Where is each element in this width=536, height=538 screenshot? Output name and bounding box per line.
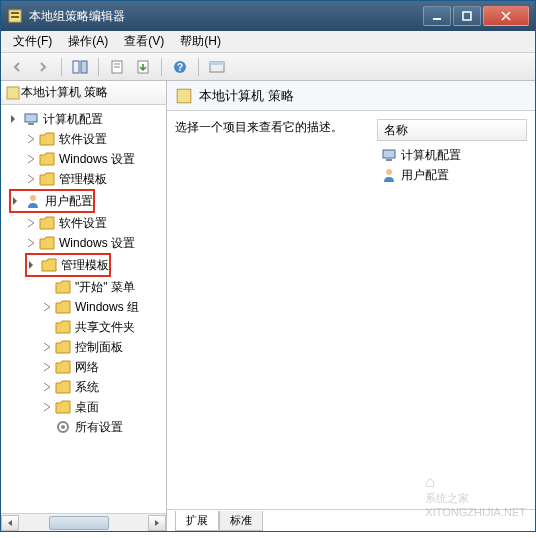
help-button[interactable]: ? [168, 56, 192, 78]
tree-node-software-settings[interactable]: 软件设置 [1, 129, 166, 149]
menu-help[interactable]: 帮助(H) [172, 31, 229, 52]
tree-node-desktop[interactable]: 桌面 [1, 397, 166, 417]
titlebar[interactable]: 本地组策略编辑器 [1, 1, 535, 31]
tab-extended[interactable]: 扩展 [175, 511, 219, 531]
tree-node-control-panel[interactable]: 控制面板 [1, 337, 166, 357]
separator [161, 58, 162, 76]
svg-rect-24 [383, 150, 395, 158]
list-item-computer-config[interactable]: 计算机配置 [377, 145, 527, 165]
tree-node-user-config[interactable]: 用户配置 [11, 191, 93, 211]
tree-node-all-settings[interactable]: 所有设置 [1, 417, 166, 437]
tree-node-shared-folders[interactable]: 共享文件夹 [1, 317, 166, 337]
tree-node-computer-config[interactable]: 计算机配置 [1, 109, 166, 129]
properties-button[interactable] [105, 56, 129, 78]
forward-button[interactable] [31, 56, 55, 78]
tree-label: 共享文件夹 [75, 319, 135, 336]
list-item-user-config[interactable]: 用户配置 [377, 165, 527, 185]
tree-node-system[interactable]: 系统 [1, 377, 166, 397]
tree-node-windows-components[interactable]: Windows 组 [1, 297, 166, 317]
svg-rect-25 [386, 159, 392, 161]
svg-rect-18 [25, 114, 37, 122]
export-button[interactable] [131, 56, 155, 78]
tree-root-label: 本地计算机 策略 [21, 84, 108, 101]
policy-icon [5, 85, 21, 101]
expander-icon[interactable] [41, 301, 53, 313]
expander-icon[interactable] [9, 113, 21, 125]
tree-label: Windows 组 [75, 299, 139, 316]
policy-icon [175, 87, 193, 105]
tree-label: 网络 [75, 359, 99, 376]
tree-node-start-menu[interactable]: "开始" 菜单 [1, 277, 166, 297]
close-button[interactable] [483, 6, 529, 26]
filter-button[interactable] [205, 56, 229, 78]
scroll-track[interactable] [19, 515, 148, 531]
tree-body[interactable]: 计算机配置 软件设置 Windows 设置 管理模板 [1, 105, 166, 513]
tree-label: 系统 [75, 379, 99, 396]
highlight-user-config: 用户配置 [9, 189, 95, 213]
svg-rect-16 [210, 62, 224, 65]
folder-icon [39, 132, 55, 146]
tree-label: 软件设置 [59, 131, 107, 148]
tree-label: 管理模板 [61, 257, 109, 274]
expander-icon[interactable] [41, 361, 53, 373]
folder-icon [39, 236, 55, 250]
window-title: 本地组策略编辑器 [29, 8, 423, 25]
svg-point-20 [30, 195, 36, 201]
tree-node-software-settings-2[interactable]: 软件设置 [1, 213, 166, 233]
folder-icon [55, 360, 71, 374]
settings-icon [55, 419, 71, 435]
svg-rect-1 [11, 12, 19, 14]
expander-icon[interactable] [41, 381, 53, 393]
tree-node-admin-templates-2[interactable]: 管理模板 [27, 255, 109, 275]
detail-header: 本地计算机 策略 [167, 81, 535, 111]
maximize-button[interactable] [453, 6, 481, 26]
tree-node-windows-settings[interactable]: Windows 设置 [1, 149, 166, 169]
menu-file[interactable]: 文件(F) [5, 31, 60, 52]
folder-icon [55, 300, 71, 314]
tab-standard[interactable]: 标准 [219, 511, 263, 531]
content-area: 本地计算机 策略 计算机配置 软件设置 Windows 设置 [1, 81, 535, 531]
expander-icon[interactable] [25, 153, 37, 165]
svg-rect-8 [81, 61, 87, 73]
tree-label: 用户配置 [45, 193, 93, 210]
detail-list: 名称 计算机配置 用户配置 [377, 119, 527, 501]
folder-icon [39, 172, 55, 186]
minimize-button[interactable] [423, 6, 451, 26]
expander-icon[interactable] [25, 173, 37, 185]
expander-spacer [41, 321, 53, 333]
expander-icon[interactable] [11, 195, 23, 207]
separator [98, 58, 99, 76]
menu-view[interactable]: 查看(V) [116, 31, 172, 52]
expander-spacer [41, 281, 53, 293]
show-hide-console-button[interactable] [68, 56, 92, 78]
menu-action[interactable]: 操作(A) [60, 31, 116, 52]
menubar: 文件(F) 操作(A) 查看(V) 帮助(H) [1, 31, 535, 53]
column-header-name[interactable]: 名称 [377, 119, 527, 141]
svg-rect-17 [7, 87, 19, 99]
tree-scrollbar-horizontal[interactable] [1, 513, 166, 531]
expander-icon[interactable] [41, 401, 53, 413]
detail-title: 本地计算机 策略 [199, 87, 294, 105]
tree-node-network[interactable]: 网络 [1, 357, 166, 377]
tree-label: 计算机配置 [43, 111, 103, 128]
tree-node-windows-settings-2[interactable]: Windows 设置 [1, 233, 166, 253]
user-icon [25, 193, 41, 209]
folder-icon [39, 216, 55, 230]
expander-icon[interactable] [25, 217, 37, 229]
tree-label: 控制面板 [75, 339, 123, 356]
back-button[interactable] [5, 56, 29, 78]
scroll-right-button[interactable] [148, 515, 166, 531]
tree-node-admin-templates[interactable]: 管理模板 [1, 169, 166, 189]
svg-point-26 [386, 169, 392, 175]
expander-icon[interactable] [25, 237, 37, 249]
expander-icon[interactable] [25, 133, 37, 145]
scroll-left-button[interactable] [1, 515, 19, 531]
scroll-thumb[interactable] [49, 516, 109, 530]
tree-label: Windows 设置 [59, 235, 135, 252]
expander-icon[interactable] [27, 259, 39, 271]
list-item-label: 计算机配置 [401, 147, 461, 164]
app-icon [7, 8, 23, 24]
separator [198, 58, 199, 76]
expander-icon[interactable] [41, 341, 53, 353]
list-item-label: 用户配置 [401, 167, 449, 184]
